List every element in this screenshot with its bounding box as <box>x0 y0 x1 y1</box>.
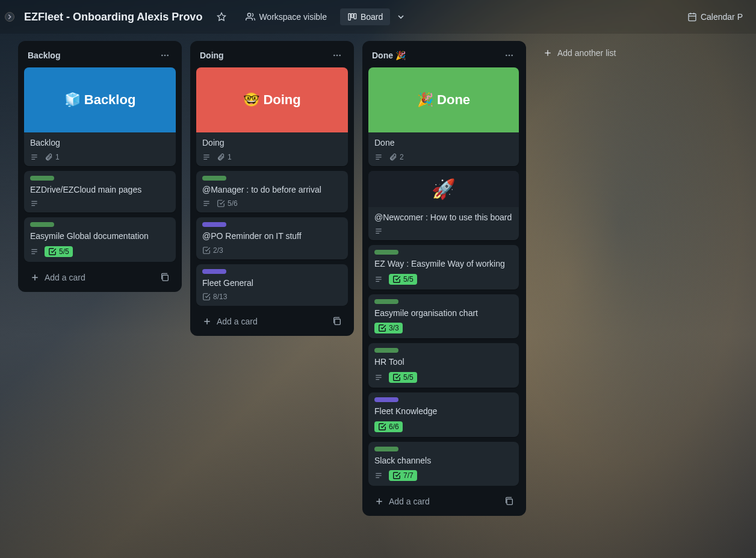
add-card-button[interactable]: Add a card <box>372 494 502 509</box>
card[interactable]: @Manager : to do before arrival 5/6 <box>196 171 348 213</box>
card[interactable]: Easymile Global documentation 5/5 <box>24 217 176 262</box>
list-doing: Doing 🤓 Doing Doing 1 <box>190 41 354 336</box>
card-title: Backlog <box>30 137 170 149</box>
card-title: Fleet General <box>202 277 342 290</box>
add-card-label: Add a card <box>217 317 258 326</box>
view-switcher-dropdown[interactable] <box>390 8 412 25</box>
label-green <box>30 176 54 181</box>
list-title[interactable]: Doing <box>200 51 224 60</box>
list-menu-button[interactable] <box>502 49 516 61</box>
add-card-button[interactable]: Add a card <box>28 270 158 285</box>
svg-rect-2 <box>349 14 350 20</box>
add-list-label: Add another list <box>557 48 616 58</box>
calendar-powerup-button[interactable]: Calendar P <box>681 8 749 25</box>
card[interactable]: 🧊 Backlog Backlog 1 <box>24 67 176 166</box>
list-menu-button[interactable] <box>330 49 344 61</box>
card-title: Done <box>374 137 513 149</box>
add-list-button[interactable]: Add another list <box>534 41 698 65</box>
add-card-label: Add a card <box>45 273 85 282</box>
description-icon <box>374 373 383 382</box>
svg-rect-35 <box>335 319 340 324</box>
card-title: Fleet Knowledge <box>374 406 513 418</box>
card-cover: 🤓 Doing <box>196 67 348 132</box>
card-title: EZ Way : Easymile Way of working <box>374 258 513 270</box>
svg-rect-4 <box>354 14 356 19</box>
list-backlog: Backlog 🧊 Backlog Backlog 1 <box>18 41 182 292</box>
card[interactable]: Fleet General 8/13 <box>196 264 348 306</box>
calendar-powerup-label: Calendar P <box>701 12 743 22</box>
card-template-button[interactable] <box>330 314 344 329</box>
label-purple <box>374 397 398 402</box>
svg-rect-56 <box>507 499 512 504</box>
label-green <box>30 222 54 227</box>
checklist-badge: 3/3 <box>374 323 403 333</box>
card-title: Easymile organisation chart <box>374 308 513 320</box>
label-green <box>202 176 226 181</box>
attachment-badge: 1 <box>217 153 232 161</box>
card[interactable]: Fleet Knowledge 6/6 <box>368 392 519 437</box>
card-cover-text: 🤓 Doing <box>243 92 300 108</box>
svg-point-1 <box>248 13 251 16</box>
card[interactable]: 🚀 @Newcomer : How to use this board <box>368 171 519 241</box>
card[interactable]: @PO Reminder on IT stuff 2/3 <box>196 217 348 259</box>
description-icon <box>30 153 39 161</box>
add-card-button[interactable]: Add a card <box>200 314 330 329</box>
card-title: HR Tool <box>374 356 513 368</box>
checklist-badge: 6/6 <box>374 421 403 432</box>
svg-rect-5 <box>689 14 696 21</box>
description-icon <box>374 153 383 161</box>
svg-point-37 <box>509 55 510 57</box>
list-title[interactable]: Backlog <box>28 51 60 60</box>
sidebar-expand-button[interactable] <box>5 12 14 22</box>
board-view-button[interactable]: Board <box>340 8 390 25</box>
card[interactable]: EZ Way : Easymile Way of working 5/5 <box>368 245 519 290</box>
attachment-badge: 1 <box>45 153 60 161</box>
workspace-visibility-label: Workspace visible <box>259 12 327 22</box>
card-title: Easymile Global documentation <box>30 231 170 243</box>
card[interactable]: EZDrive/EZCloud main pages <box>24 171 176 213</box>
svg-point-26 <box>339 55 341 57</box>
checklist-badge: 5/5 <box>45 246 73 257</box>
svg-point-11 <box>167 55 169 57</box>
add-card-label: Add a card <box>389 497 430 506</box>
card-template-button[interactable] <box>502 494 516 509</box>
card-title: EZDrive/EZCloud main pages <box>30 184 170 196</box>
card[interactable]: Slack channels 7/7 <box>368 442 519 486</box>
label-green <box>374 250 398 255</box>
card[interactable]: HR Tool 5/5 <box>368 343 519 388</box>
label-purple <box>202 222 226 227</box>
board-canvas: Backlog 🧊 Backlog Backlog 1 <box>0 34 756 558</box>
card-title: Doing <box>202 137 342 149</box>
svg-rect-3 <box>352 14 353 18</box>
checklist-badge: 5/5 <box>389 274 417 285</box>
list-menu-button[interactable] <box>158 49 172 61</box>
card-title: @Manager : to do before arrival <box>202 184 342 196</box>
description-icon <box>202 153 211 161</box>
list-done: Done 🎉 🎉 Done Done 2 🚀 <box>362 41 526 516</box>
svg-point-24 <box>333 55 335 57</box>
description-icon <box>374 227 383 235</box>
card-template-button[interactable] <box>158 270 172 285</box>
description-icon <box>374 471 383 480</box>
board-header: EZFleet - Onboarding Alexis Provo Worksp… <box>0 0 756 34</box>
label-green <box>374 299 398 304</box>
card[interactable]: Easymile organisation chart 3/3 <box>368 294 519 339</box>
workspace-visibility-button[interactable]: Workspace visible <box>240 8 333 25</box>
card-title: Slack channels <box>374 455 513 467</box>
checklist-badge: 2/3 <box>202 246 223 255</box>
card[interactable]: 🤓 Doing Doing 1 <box>196 67 348 166</box>
svg-point-25 <box>336 55 338 57</box>
description-icon <box>202 199 211 208</box>
card-title: @PO Reminder on IT stuff <box>202 231 342 243</box>
list-title[interactable]: Done 🎉 <box>372 51 406 60</box>
checklist-badge: 8/13 <box>202 293 227 301</box>
card[interactable]: 🎉 Done Done 2 <box>368 67 519 166</box>
description-icon <box>30 199 39 208</box>
card-cover: 🧊 Backlog <box>24 67 176 132</box>
board-title[interactable]: EZFleet - Onboarding Alexis Provo <box>18 7 208 27</box>
svg-point-36 <box>506 55 507 57</box>
svg-point-9 <box>161 55 163 57</box>
svg-marker-0 <box>218 13 226 20</box>
star-button[interactable] <box>211 8 232 25</box>
card-cover-text: 🧊 Backlog <box>64 92 136 108</box>
